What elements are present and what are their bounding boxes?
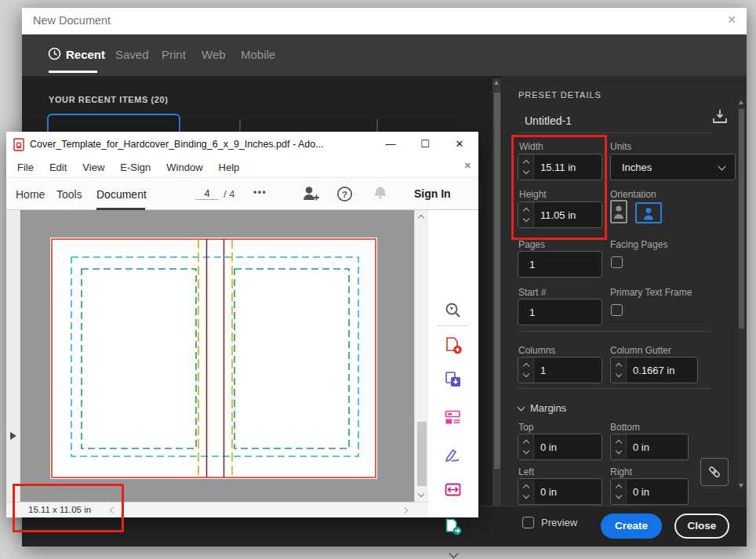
orientation-landscape-icon[interactable]	[635, 202, 662, 223]
create-pdf-tool-icon[interactable]	[443, 336, 463, 356]
margin-top-stepper[interactable]	[518, 434, 534, 459]
tab-mobile[interactable]: Mobile	[241, 48, 275, 61]
column-gutter-stepper[interactable]	[611, 358, 627, 383]
divider	[518, 388, 711, 389]
clock-icon	[48, 47, 61, 64]
pages-field[interactable]: 1	[518, 251, 602, 278]
tab-saved[interactable]: Saved	[115, 48, 149, 61]
pages-label: Pages	[518, 239, 545, 250]
scroll-up-icon[interactable]	[739, 100, 743, 104]
margin-left-field[interactable]: 0 in	[518, 478, 602, 505]
nav-tab-tools[interactable]: Tools	[56, 188, 82, 201]
orientation-portrait-icon[interactable]	[610, 200, 627, 223]
dialog-title: New Document	[33, 14, 111, 27]
menu-window[interactable]: Window	[158, 162, 210, 173]
start-number-label: Start #	[518, 287, 546, 298]
edit-pdf-tool-icon[interactable]	[443, 408, 463, 428]
columns-label: Columns	[518, 345, 555, 356]
margin-left-stepper[interactable]	[518, 479, 534, 504]
menu-view[interactable]: View	[75, 162, 112, 173]
scrollbar-thumb[interactable]	[494, 93, 500, 469]
fill-sign-tool-icon[interactable]	[443, 445, 463, 465]
preview-checkbox[interactable]	[522, 517, 534, 528]
column-gutter-field[interactable]: 0.1667 in	[610, 357, 698, 383]
margin-right-field[interactable]: 0 in	[610, 478, 689, 505]
more-options-icon[interactable]: •••	[253, 187, 267, 198]
nav-tab-document[interactable]: Document	[96, 188, 147, 201]
close-window-icon[interactable]: ✕	[450, 138, 469, 150]
divider	[438, 325, 469, 326]
tab-recent[interactable]: Recent	[66, 48, 105, 61]
menu-help[interactable]: Help	[211, 162, 248, 173]
acrobat-titlebar: Cover_Template_for_Hardcover_Binding_6_x…	[6, 132, 478, 157]
margin-right-stepper[interactable]	[611, 479, 627, 504]
zoom-search-tool-icon[interactable]	[443, 300, 463, 321]
vertical-scrollbar[interactable]	[414, 210, 428, 502]
add-account-icon[interactable]	[302, 185, 321, 205]
dialog-close-icon[interactable]: ✕	[727, 13, 736, 26]
preset-category-tabbar: Recent Saved Print Web Mobile	[22, 34, 747, 76]
link-margins-button[interactable]	[700, 458, 729, 486]
orientation-label: Orientation	[610, 189, 656, 200]
margins-section-toggle[interactable]: Margins	[518, 402, 566, 414]
svg-text:?: ?	[342, 190, 347, 199]
nav-tab-home[interactable]: Home	[16, 188, 45, 201]
menu-edit[interactable]: Edit	[42, 162, 75, 173]
column-gutter-label: Column Gutter	[610, 345, 671, 356]
help-icon[interactable]: ?	[336, 186, 353, 205]
minimize-icon[interactable]: —	[381, 138, 400, 150]
acrobat-menubar: File Edit View E-Sign Window Help	[6, 157, 478, 177]
convert-pdf-tool-icon[interactable]	[443, 517, 463, 537]
page-count-label: / 4	[224, 188, 234, 200]
more-tools-chevron-icon[interactable]	[443, 545, 463, 559]
active-tab-underline	[49, 71, 97, 73]
scroll-down-icon[interactable]	[739, 484, 743, 488]
save-preset-icon[interactable]	[711, 107, 729, 129]
expand-panel-icon[interactable]	[10, 432, 16, 440]
preview-label: Preview	[541, 517, 577, 528]
columns-field[interactable]: 1	[518, 357, 602, 383]
primary-text-frame-checkbox[interactable]	[611, 304, 623, 316]
units-dropdown[interactable]: Inches	[610, 154, 736, 180]
highlight-dimensions-box	[13, 484, 124, 532]
sign-in-button[interactable]: Sign In	[414, 187, 451, 200]
tab-web[interactable]: Web	[202, 48, 226, 61]
primary-text-frame-label: Primary Text Frame	[610, 287, 692, 298]
chevron-down-icon	[718, 163, 726, 171]
tab-print[interactable]: Print	[162, 48, 186, 61]
menu-esign[interactable]: E-Sign	[112, 162, 158, 173]
panel-scrollbar[interactable]	[738, 98, 745, 490]
margin-top-field[interactable]: 0 in	[518, 434, 602, 460]
menu-file[interactable]: File	[9, 162, 42, 173]
export-pdf-tool-icon[interactable]	[443, 370, 463, 390]
divider	[518, 132, 711, 133]
facing-pages-checkbox[interactable]	[611, 256, 623, 268]
scroll-down-icon[interactable]	[418, 491, 424, 497]
close-button[interactable]: Close	[674, 514, 729, 539]
margin-bottom-stepper[interactable]	[611, 434, 627, 459]
notifications-bell-icon[interactable]	[372, 185, 389, 205]
recent-items-scrollbar[interactable]	[492, 78, 501, 517]
combine-files-tool-icon[interactable]	[443, 480, 463, 500]
create-button[interactable]: Create	[601, 514, 662, 539]
dialog-titlebar: New Document ✕	[22, 8, 747, 34]
margin-right-label: Right	[610, 466, 632, 477]
document-canvas[interactable]	[20, 210, 414, 502]
maximize-icon[interactable]: ☐	[416, 138, 434, 150]
chevron-down-icon	[518, 404, 525, 412]
margin-bottom-field[interactable]: 0 in	[610, 434, 689, 460]
scroll-up-icon[interactable]	[494, 81, 499, 85]
document-name-field[interactable]: Untitled-1	[525, 114, 572, 127]
scrollbar-thumb[interactable]	[739, 109, 744, 329]
highlight-width-height-box	[511, 135, 607, 240]
start-number-field[interactable]: 1	[518, 299, 602, 325]
tools-sidebar	[428, 210, 478, 517]
columns-stepper[interactable]	[518, 358, 534, 383]
chevron-right-icon[interactable]	[402, 507, 408, 514]
scroll-up-icon[interactable]	[418, 215, 424, 221]
close-document-icon[interactable]: ✕	[464, 161, 471, 171]
scrollbar-thumb[interactable]	[417, 422, 427, 486]
pdf-file-icon	[13, 138, 25, 154]
page-number-input[interactable]: 4	[196, 187, 218, 200]
acrobat-toolbar: Home Tools Document 4 / 4 ••• ? Sign In	[6, 177, 478, 210]
